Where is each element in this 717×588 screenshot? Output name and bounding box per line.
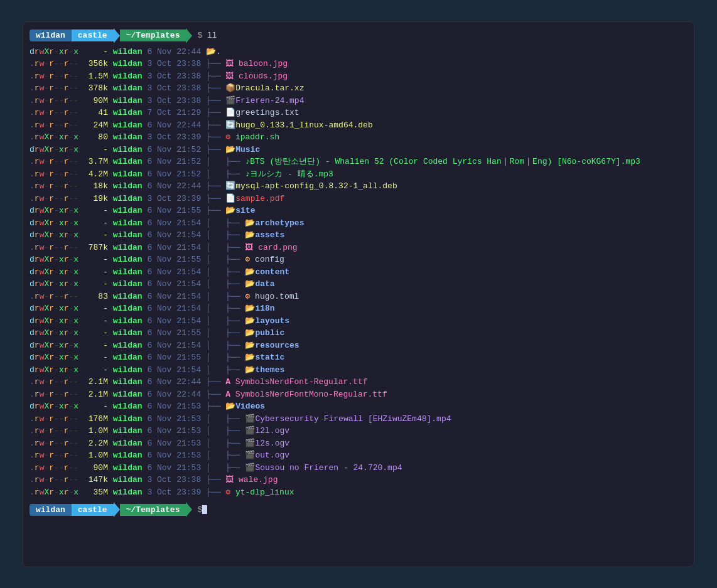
list-item: drwXr-xr-x - wildan 6 Nov 21:54 │ ├── 📂r… [30, 339, 687, 352]
command-text: ll [202, 31, 217, 40]
list-item: drwXr-xr-x - wildan 6 Nov 22:44 📂. [30, 46, 687, 58]
list-item: drwXr-xr-x - wildan 6 Nov 21:53 ├── 📂Vid… [30, 400, 687, 413]
list-item: drwXr-xr-x - wildan 6 Nov 21:54 │ ├── 📂i… [30, 302, 687, 315]
arrow-2-top [186, 28, 192, 43]
list-item: .rw-r--r-- 19k wildan 3 Oct 23:39 ├── 📄s… [30, 193, 687, 205]
list-item: .rw-r--r-- 176M wildan 6 Nov 21:53 │ ├──… [30, 413, 687, 425]
list-item: .rw-r--r-- 83 wildan 6 Nov 21:54 │ ├── ⚙… [30, 291, 687, 303]
list-item: drwXr-xr-x - wildan 6 Nov 21:54 │ ├── 📂d… [30, 278, 687, 291]
list-item: .rw-r--r-- 2.2M wildan 6 Nov 21:53 │ ├──… [30, 437, 687, 450]
list-item: .rw-r--r-- 356k wildan 3 Oct 23:38 ├── 🖼… [30, 58, 687, 70]
list-item: .rw-r--r-- 3.7M wildan 6 Nov 21:52 │ ├──… [30, 156, 687, 168]
list-item: .rw-r--r-- 147k wildan 3 Oct 23:38 ├── 🖼… [30, 474, 687, 486]
list-item: .rw-r--r-- 2.1M wildan 6 Nov 22:44 ├── A… [30, 388, 687, 401]
arrow-1-top [114, 28, 120, 43]
list-item: drwXr-xr-x - wildan 6 Nov 21:54 │ ├── 📂t… [30, 364, 687, 377]
list-item: .rw-r--r-- 18k wildan 6 Nov 22:44 ├── 🔄m… [30, 180, 687, 193]
list-item: drwXr-xr-x - wildan 6 Nov 21:55 │ ├── 📂s… [30, 351, 687, 364]
list-item: drwXr-xr-x - wildan 6 Nov 21:52 ├── 📂Mus… [30, 144, 687, 156]
prompt-symbol-bottom: $ [197, 505, 202, 515]
list-item: .rw-r--r-- 24M wildan 6 Nov 22:44 ├── 🔄h… [30, 119, 687, 132]
list-item: .rwXr-xr-x 80 wildan 3 Oct 23:39 ├── ⚙ i… [30, 131, 687, 144]
list-item: drwXr-xr-x - wildan 6 Nov 21:55 │ ├── 📂p… [30, 327, 687, 339]
list-item: drwXr-xr-x - wildan 6 Nov 21:54 │ ├── 📂c… [30, 266, 687, 279]
list-item: .rwXr-xr-x 35M wildan 3 Oct 23:39 ├── ⚙ … [30, 486, 687, 499]
list-item: .rw-r--r-- 90M wildan 6 Nov 21:53 │ ├── … [30, 462, 687, 474]
arrow-2-bottom [186, 502, 192, 517]
prompt-user-top: wildan [30, 29, 72, 41]
prompt-top: wildan castle ~/Templates $ ll [30, 28, 687, 43]
arrow-1-bottom [114, 502, 120, 517]
prompt-symbol-top: $ [197, 31, 202, 40]
list-item: .rw-r--r-- 90M wildan 3 Oct 23:38 ├── 🎬F… [30, 95, 687, 107]
cursor [202, 505, 207, 514]
list-item: drwXr-xr-x - wildan 6 Nov 21:55 ├── 📂sit… [30, 205, 687, 217]
prompt-bottom: wildan castle ~/Templates $ [30, 502, 687, 517]
list-item: .rw-r--r-- 41 wildan 7 Oct 21:29 ├── 📄gr… [30, 107, 687, 119]
prompt-dir-top: ~/Templates [120, 29, 186, 41]
prompt-host-bottom: castle [72, 504, 114, 516]
list-item: .rw-r--r-- 378k wildan 3 Oct 23:38 ├── 📦… [30, 82, 687, 95]
list-item: drwXr-xr-x - wildan 6 Nov 21:55 │ ├── ⚙ … [30, 254, 687, 266]
list-item: drwXr-xr-x - wildan 6 Nov 21:54 │ ├── 📂a… [30, 229, 687, 242]
list-item: .rw-r--r-- 2.1M wildan 6 Nov 22:44 ├── A… [30, 376, 687, 388]
list-item: drwXr-xr-x - wildan 6 Nov 21:54 │ ├── 📂a… [30, 217, 687, 230]
terminal-window: wildan castle ~/Templates $ ll drwXr-xr-… [23, 21, 694, 567]
prompt-user-bottom: wildan [30, 504, 72, 516]
prompt-dir-bottom: ~/Templates [120, 504, 186, 516]
list-item: .rw-r--r-- 787k wildan 6 Nov 21:54 │ ├──… [30, 242, 687, 254]
file-listing: drwXr-xr-x - wildan 6 Nov 22:44 📂..rw-r-… [30, 46, 687, 499]
list-item: .rw-r--r-- 1.0M wildan 6 Nov 21:53 │ ├──… [30, 449, 687, 462]
list-item: .rw-r--r-- 1.0M wildan 6 Nov 21:53 │ ├──… [30, 425, 687, 437]
prompt-host-top: castle [72, 29, 114, 41]
list-item: .rw-r--r-- 4.2M wildan 6 Nov 21:52 │ ├──… [30, 168, 687, 181]
list-item: drwXr-xr-x - wildan 6 Nov 21:54 │ ├── 📂l… [30, 315, 687, 328]
list-item: .rw-r--r-- 1.5M wildan 3 Oct 23:38 ├── 🖼… [30, 70, 687, 83]
